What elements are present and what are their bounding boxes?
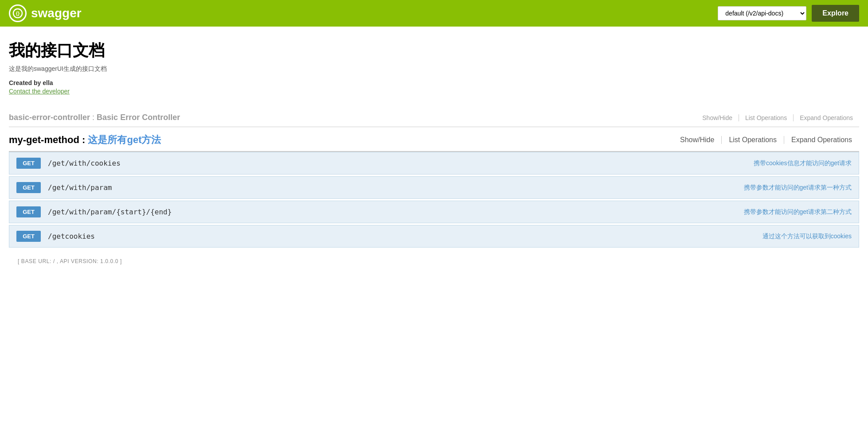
api-description: 携带cookies信息才能访问的get请求 <box>754 159 852 167</box>
method-badge: GET <box>16 206 41 217</box>
controller-title: basic-error-controller : Basic Error Con… <box>9 113 180 122</box>
controller-show-hide[interactable]: Show/Hide <box>696 114 739 121</box>
group-header: my-get-method : 这是所有get方法 Show/Hide List… <box>9 127 859 152</box>
header: {} swagger default (/v2/api-docs) Explor… <box>0 0 868 27</box>
footer-text: [ BASE URL: / , API VERSION: 1.0.0.0 ] <box>18 258 122 264</box>
main-content: 我的接口文档 这是我的swaggerUI生成的接口文档 Created by e… <box>0 27 868 282</box>
created-by-label: Created by ella <box>9 79 859 86</box>
method-badge: GET <box>16 182 41 193</box>
controller-title-prefix: basic-error-controller <box>9 113 90 122</box>
api-description: 通过这个方法可以获取到cookies <box>762 233 852 240</box>
group-expand-operations[interactable]: Expand Operations <box>784 136 859 144</box>
api-row[interactable]: GET /get/with/param 携带参数才能访问的get请求第一种方式 <box>9 176 859 199</box>
api-path: /getcookies <box>48 232 95 240</box>
footer: [ BASE URL: / , API VERSION: 1.0.0.0 ] <box>9 249 859 273</box>
api-rows: GET /get/with/cookies 携带cookies信息才能访问的ge… <box>9 152 859 248</box>
api-row[interactable]: GET /get/with/param/{start}/{end} 携带参数才能… <box>9 201 859 223</box>
svg-text:{}: {} <box>16 11 20 16</box>
api-row-left: GET /get/with/param <box>16 182 112 193</box>
api-row-left: GET /get/with/cookies <box>16 158 121 169</box>
api-selector[interactable]: default (/v2/api-docs) <box>718 6 806 20</box>
api-description: 携带参数才能访问的get请求第一种方式 <box>744 184 852 192</box>
api-row-left: GET /getcookies <box>16 231 95 242</box>
group-title-suffix: 这是所有get方法 <box>88 134 161 145</box>
group-actions: Show/Hide List Operations Expand Operati… <box>673 136 859 144</box>
group-list-operations[interactable]: List Operations <box>721 136 784 144</box>
api-row-left: GET /get/with/param/{start}/{end} <box>16 206 172 217</box>
controller-list-operations[interactable]: List Operations <box>739 114 793 121</box>
page-title: 我的接口文档 <box>9 40 859 62</box>
header-controls: default (/v2/api-docs) Explore <box>718 5 859 22</box>
swagger-logo-icon: {} <box>9 4 27 22</box>
api-row[interactable]: GET /getcookies 通过这个方法可以获取到cookies <box>9 225 859 248</box>
page-info: 我的接口文档 这是我的swaggerUI生成的接口文档 Created by e… <box>9 40 859 95</box>
header-logo: {} swagger <box>9 4 718 22</box>
controller-header: basic-error-controller : Basic Error Con… <box>9 109 859 127</box>
method-badge: GET <box>16 158 41 169</box>
api-section: basic-error-controller : Basic Error Con… <box>9 109 859 248</box>
page-subtitle: 这是我的swaggerUI生成的接口文档 <box>9 65 859 73</box>
api-row[interactable]: GET /get/with/cookies 携带cookies信息才能访问的ge… <box>9 152 859 174</box>
group-title-separator: : <box>82 134 88 145</box>
contact-developer-link[interactable]: Contact the developer <box>9 88 70 95</box>
api-path: /get/with/param/{start}/{end} <box>48 208 172 216</box>
api-description: 携带参数才能访问的get请求第二种方式 <box>744 208 852 216</box>
method-badge: GET <box>16 231 41 242</box>
swagger-logo-text: swagger <box>31 6 82 20</box>
explore-button[interactable]: Explore <box>812 5 859 22</box>
controller-expand-operations[interactable]: Expand Operations <box>793 114 859 121</box>
group-title-prefix: my-get-method <box>9 134 79 145</box>
controller-title-separator: : <box>92 113 97 122</box>
controller-actions: Show/Hide List Operations Expand Operati… <box>696 114 859 121</box>
group-title: my-get-method : 这是所有get方法 <box>9 133 161 147</box>
api-path: /get/with/param <box>48 183 112 192</box>
api-path: /get/with/cookies <box>48 159 121 167</box>
group-show-hide[interactable]: Show/Hide <box>673 136 721 144</box>
controller-title-suffix: Basic Error Controller <box>97 113 180 122</box>
